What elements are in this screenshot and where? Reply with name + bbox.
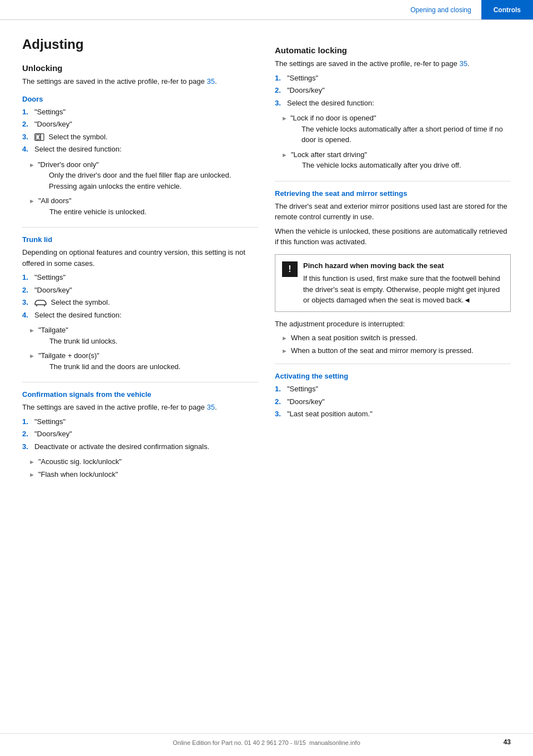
list-item: ► "Tailgate + door(s)" The trunk lid and… bbox=[29, 350, 258, 374]
door-icon bbox=[34, 133, 44, 141]
trunk-lid-section: Trunk lid Depending on optional features… bbox=[22, 235, 258, 374]
list-item: 2."Doors/key" bbox=[275, 396, 511, 407]
divider bbox=[22, 227, 258, 228]
unlocking-page-link[interactable]: 35 bbox=[207, 77, 214, 85]
warning-title: Pinch hazard when moving back the seat bbox=[303, 260, 504, 271]
confirmation-body: The settings are saved in the active pro… bbox=[22, 402, 258, 413]
list-item: ► "All doors" The entire vehicle is unlo… bbox=[29, 195, 258, 219]
interruption-list: ► When a seat position switch is pressed… bbox=[281, 332, 511, 356]
list-item: 2."Doors/key" bbox=[22, 429, 258, 440]
list-item: 1."Settings" bbox=[22, 272, 258, 283]
list-item: ► "Flash when lock/unlock" bbox=[29, 469, 258, 480]
auto-lock-steps: 1."Settings" 2."Doors/key" 3.Select the … bbox=[275, 73, 511, 109]
list-item: 1."Settings" bbox=[275, 73, 511, 84]
svg-rect-1 bbox=[36, 135, 39, 139]
trunk-lid-title: Trunk lid bbox=[22, 235, 258, 244]
confirmation-page-link[interactable]: 35 bbox=[207, 403, 214, 411]
tab-controls-label: Controls bbox=[494, 6, 521, 14]
list-item: 2."Doors/key" bbox=[22, 119, 258, 130]
list-item: 4.Select the desired function: bbox=[22, 310, 258, 321]
confirmation-functions: ► "Acoustic sig. lock/unlock" ► "Flash w… bbox=[29, 456, 258, 480]
warning-box: ! Pinch hazard when moving back the seat… bbox=[275, 254, 511, 312]
list-item: ► "Lock after start driving" The vehicle… bbox=[281, 149, 511, 173]
seat-mirror-section: Retrieving the seat and mirror settings … bbox=[275, 189, 511, 356]
footer-text: Online Edition for Part no. 01 40 2 961 … bbox=[173, 739, 306, 746]
unlocking-body: The settings are saved in the active pro… bbox=[22, 76, 258, 87]
list-item: 1."Settings" bbox=[22, 107, 258, 118]
unlocking-steps: 1."Settings" 2."Doors/key" 3. Select the… bbox=[22, 107, 258, 155]
list-item: 2."Doors/key" bbox=[275, 85, 511, 96]
trunk-steps: 1."Settings" 2."Doors/key" 3. Select the… bbox=[22, 272, 258, 320]
tab-opening-closing-label: Opening and closing bbox=[410, 6, 471, 14]
automatic-locking-body: The settings are saved in the active pro… bbox=[275, 58, 511, 69]
divider bbox=[22, 382, 258, 382]
warning-icon: ! bbox=[282, 261, 298, 277]
footer: Online Edition for Part no. 01 40 2 961 … bbox=[0, 733, 533, 746]
list-item: 3.Select the desired function: bbox=[275, 98, 511, 109]
trunk-functions: ► "Tailgate" The trunk lid unlocks. ► "T… bbox=[29, 325, 258, 374]
seat-mirror-title: Retrieving the seat and mirror settings bbox=[275, 189, 511, 198]
list-item: 3. Select the symbol. bbox=[22, 132, 258, 143]
list-item: ► "Tailgate" The trunk lid unlocks. bbox=[29, 325, 258, 349]
list-item: ► "Driver's door only" Only the driver's… bbox=[29, 159, 258, 194]
seat-mirror-body1: The driver's seat and exterior mirror po… bbox=[275, 201, 511, 223]
automatic-locking-title: Automatic locking bbox=[275, 46, 511, 55]
confirmation-section: Confirmation signals from the vehicle Th… bbox=[22, 390, 258, 480]
warning-text: Pinch hazard when moving back the seat I… bbox=[303, 260, 504, 306]
list-item: ► "Acoustic sig. lock/unlock" bbox=[29, 456, 258, 467]
list-item: 4.Select the desired function: bbox=[22, 144, 258, 155]
trunk-lid-body: Depending on optional features and count… bbox=[22, 247, 258, 269]
unlocking-title: Unlocking bbox=[22, 63, 258, 73]
header-bar: Opening and closing Controls bbox=[0, 0, 533, 20]
warning-body: If this function is used, first make sur… bbox=[303, 273, 504, 306]
page-title: Adjusting bbox=[22, 37, 258, 52]
activating-section: Activating the setting 1."Settings" 2."D… bbox=[275, 372, 511, 420]
list-item: 1."Settings" bbox=[22, 416, 258, 427]
trunk-icon bbox=[34, 299, 47, 307]
seat-mirror-body2: When the vehicle is unlocked, these posi… bbox=[275, 226, 511, 248]
left-column: Adjusting Unlocking The settings are sav… bbox=[22, 37, 258, 482]
tab-controls[interactable]: Controls bbox=[481, 0, 533, 19]
list-item: 2."Doors/key" bbox=[22, 285, 258, 296]
confirmation-steps: 1."Settings" 2."Doors/key" 3.Deactivate … bbox=[22, 416, 258, 452]
page-number: 43 bbox=[504, 738, 511, 746]
list-item: 1."Settings" bbox=[275, 384, 511, 395]
list-item: 3. Select the symbol. bbox=[22, 297, 258, 308]
list-item: ► "Lock if no door is opened" The vehicl… bbox=[281, 113, 511, 148]
automatic-locking-section: Automatic locking The settings are saved… bbox=[275, 46, 511, 173]
manuals-text: manualsonline.info bbox=[309, 739, 360, 746]
activating-title: Activating the setting bbox=[275, 372, 511, 380]
list-item: 3."Last seat position autom." bbox=[275, 409, 511, 420]
tab-opening-closing[interactable]: Opening and closing bbox=[400, 0, 481, 19]
activating-steps: 1."Settings" 2."Doors/key" 3."Last seat … bbox=[275, 384, 511, 420]
list-item: ► When a button of the seat and mirror m… bbox=[281, 345, 511, 356]
divider bbox=[275, 364, 511, 364]
list-item: 3.Deactivate or activate the desired con… bbox=[22, 441, 258, 452]
unlocking-functions: ► "Driver's door only" Only the driver's… bbox=[29, 159, 258, 220]
interruption-title: The adjustment procedure is interrupted: bbox=[275, 319, 511, 330]
unlocking-section: Unlocking The settings are saved in the … bbox=[22, 63, 258, 219]
list-item: ► When a seat position switch is pressed… bbox=[281, 332, 511, 344]
doors-title: Doors bbox=[22, 95, 258, 103]
svg-point-2 bbox=[39, 137, 41, 138]
auto-lock-page-link[interactable]: 35 bbox=[459, 59, 467, 68]
divider bbox=[275, 181, 511, 182]
right-column: Automatic locking The settings are saved… bbox=[275, 37, 511, 482]
auto-lock-functions: ► "Lock if no door is opened" The vehicl… bbox=[281, 113, 511, 173]
page-content: Adjusting Unlocking The settings are sav… bbox=[0, 20, 533, 515]
confirmation-title: Confirmation signals from the vehicle bbox=[22, 390, 258, 399]
